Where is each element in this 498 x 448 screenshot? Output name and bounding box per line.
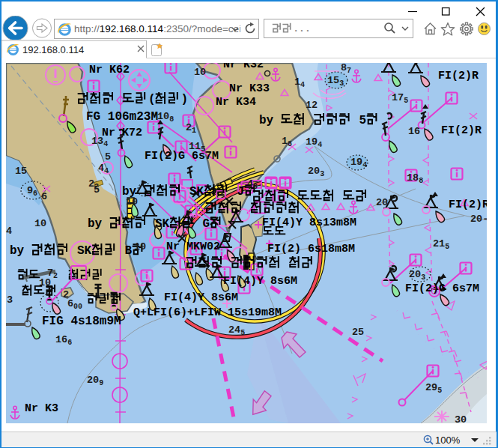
svg-text:4: 4 xyxy=(6,225,12,237)
svg-text:Nr K72: Nr K72 xyxy=(102,127,142,139)
svg-text:10: 10 xyxy=(39,277,51,288)
svg-text:FI(2) 6s18m8M: FI(2) 6s18m8M xyxy=(267,243,355,255)
svg-text:(: ( xyxy=(148,93,156,106)
svg-text:FG 106m23M: FG 106m23M xyxy=(86,110,158,124)
svg-text:by: by xyxy=(10,244,31,258)
svg-text:5: 5 xyxy=(352,114,366,127)
svg-text:Nr K32: Nr K32 xyxy=(223,63,264,71)
svg-text:12: 12 xyxy=(306,100,318,111)
svg-text:FI(2)R: FI(2)R xyxy=(449,199,487,211)
svg-text:FI(4)Y 8s6M: FI(4)Y 8s6M xyxy=(223,275,297,288)
svg-text:SK: SK xyxy=(70,244,91,258)
svg-text:by: by xyxy=(88,217,109,231)
svg-text:FIG 4s18m9M: FIG 4s18m9M xyxy=(42,315,121,328)
svg-text:2: 2 xyxy=(63,289,69,300)
svg-text:): ) xyxy=(181,93,189,106)
svg-text:Nr K62: Nr K62 xyxy=(89,64,130,76)
svg-text:20-: 20- xyxy=(470,214,487,225)
svg-text:SK: SK xyxy=(182,185,204,199)
svg-text:20: 20 xyxy=(376,197,388,208)
svg-text:SK: SK xyxy=(148,217,169,231)
svg-text:Q+LFI(6)+LFIW 15s19m8M: Q+LFI(6)+LFIW 15s19m8M xyxy=(133,306,282,319)
svg-text:6: 6 xyxy=(41,191,47,202)
svg-text:G: G xyxy=(195,217,210,231)
svg-text:Nr K3: Nr K3 xyxy=(25,402,58,415)
svg-text:10: 10 xyxy=(34,218,46,229)
svg-text:5: 5 xyxy=(94,184,100,196)
svg-text:FI(2)G 6s7M: FI(2)G 6s7M xyxy=(145,150,219,163)
svg-text:25: 25 xyxy=(352,327,364,338)
svg-text:3: 3 xyxy=(7,294,13,306)
svg-text:by: by xyxy=(259,114,281,127)
svg-text:FI(2)R: FI(2)R xyxy=(438,70,479,82)
svg-text:10: 10 xyxy=(134,241,146,252)
svg-text:J: J xyxy=(230,185,244,199)
svg-text:FI(4)Y 8s6M: FI(4)Y 8s6M xyxy=(164,291,238,304)
svg-text:10: 10 xyxy=(194,67,206,78)
svg-text:Nr K33: Nr K33 xyxy=(229,82,270,95)
svg-text:10: 10 xyxy=(126,196,138,208)
svg-text:FI(2)G 6s7M: FI(2)G 6s7M xyxy=(405,282,479,295)
svg-text:FI(2)R: FI(2)R xyxy=(441,124,482,137)
svg-text:16: 16 xyxy=(408,126,420,137)
svg-text:30: 30 xyxy=(455,414,467,423)
svg-text:Nr MKW02: Nr MKW02 xyxy=(166,240,220,253)
svg-text:...: ... xyxy=(293,23,310,34)
svg-text:B: B xyxy=(118,244,133,258)
svg-text:15: 15 xyxy=(15,166,27,177)
svg-text:Nr K34: Nr K34 xyxy=(216,96,256,109)
svg-text:5: 5 xyxy=(105,151,111,163)
